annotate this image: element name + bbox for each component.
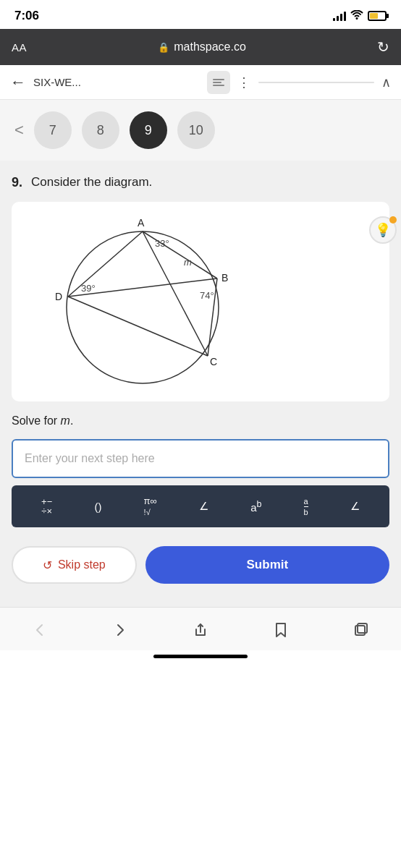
battery-icon: [368, 11, 387, 21]
input-placeholder: Enter your next step here: [25, 452, 155, 465]
svg-text:m: m: [184, 257, 192, 268]
svg-point-1: [67, 231, 219, 383]
svg-line-6: [68, 297, 208, 356]
signal-icon: [333, 11, 346, 21]
zebra-lines-icon: [213, 79, 224, 86]
zebra-icon-button[interactable]: [207, 71, 230, 94]
collapse-button[interactable]: ∧: [381, 75, 391, 90]
svg-text:D: D: [55, 291, 62, 302]
prev-question-button[interactable]: <: [14, 121, 24, 140]
question-bubble-9[interactable]: 9: [130, 111, 167, 149]
browser-aa-button[interactable]: AA: [12, 41, 27, 54]
ops-key[interactable]: +− ÷×: [37, 494, 56, 519]
svg-line-2: [143, 231, 217, 278]
angle2-key[interactable]: ∠: [346, 497, 364, 516]
svg-point-0: [356, 17, 358, 20]
wifi-icon: [350, 10, 363, 22]
question-header: 9. Consider the diagram.: [12, 175, 389, 190]
browser-back-button[interactable]: [32, 622, 48, 638]
solve-text: Solve for m.: [12, 414, 389, 427]
submit-button[interactable]: Submit: [145, 546, 389, 584]
skip-step-button[interactable]: ↺ Skip step: [12, 546, 137, 584]
diagram-container: 💡 A B C: [12, 202, 389, 401]
share-button[interactable]: [193, 622, 208, 638]
bracket-key[interactable]: (): [90, 498, 106, 516]
question-nav: < 7 8 9 10: [0, 100, 401, 161]
browser-forward-button[interactable]: [112, 622, 128, 638]
hint-button[interactable]: 💡: [369, 216, 397, 244]
nav-title: SIX-WE...: [33, 76, 200, 88]
svg-text:C: C: [210, 356, 217, 367]
back-button[interactable]: ←: [10, 73, 26, 92]
svg-rect-18: [358, 624, 367, 633]
home-line: [153, 655, 248, 658]
svg-rect-17: [355, 626, 365, 635]
question-bubble-7[interactable]: 7: [34, 111, 72, 149]
nav-bar: ← SIX-WE... ⋮ ∧: [0, 65, 401, 100]
action-buttons: ↺ Skip step Submit: [12, 539, 389, 595]
svg-text:74°: 74°: [200, 290, 214, 301]
progress-bar: [258, 82, 374, 83]
answer-input[interactable]: Enter your next step here: [12, 439, 389, 478]
question-text: Consider the diagram.: [31, 175, 152, 190]
svg-text:B: B: [221, 272, 228, 284]
svg-text:39°: 39°: [81, 283, 96, 294]
home-indicator: [0, 650, 401, 665]
angle-key[interactable]: ∠: [195, 497, 213, 516]
power-key[interactable]: ab: [246, 496, 266, 516]
skip-label: Skip step: [58, 558, 106, 571]
hint-orange-dot: [389, 216, 397, 224]
lock-icon: 🔒: [158, 42, 169, 53]
skip-icon: ↺: [43, 558, 52, 572]
svg-line-3: [143, 231, 208, 356]
tabs-button[interactable]: [353, 622, 369, 638]
lightbulb-icon: 💡: [375, 222, 391, 238]
url-text: mathspace.co: [174, 41, 246, 54]
status-icons: [333, 10, 387, 22]
status-time: 7:06: [14, 9, 39, 23]
browser-url: 🔒 mathspace.co: [158, 41, 246, 54]
func-key[interactable]: π∞!√: [140, 493, 161, 520]
browser-bar: AA 🔒 mathspace.co ↻: [0, 29, 401, 65]
fraction-key[interactable]: a b: [300, 494, 313, 519]
math-keyboard: +− ÷× () π∞!√ ∠ ab a b ∠: [12, 485, 389, 527]
refresh-button[interactable]: ↻: [377, 38, 389, 56]
question-bubble-10[interactable]: 10: [177, 111, 215, 149]
question-number: 9.: [12, 175, 22, 190]
question-bubble-8[interactable]: 8: [82, 111, 119, 149]
main-content: 9. Consider the diagram. 💡: [0, 161, 401, 607]
status-bar: 7:06: [0, 0, 401, 29]
bookmarks-button[interactable]: [273, 622, 289, 638]
geometry-diagram: A B C D 33° m 74° 39°: [23, 213, 240, 387]
more-options-button[interactable]: ⋮: [237, 75, 251, 90]
svg-text:33°: 33°: [155, 238, 169, 249]
svg-text:A: A: [138, 217, 145, 229]
browser-nav: [0, 607, 401, 650]
